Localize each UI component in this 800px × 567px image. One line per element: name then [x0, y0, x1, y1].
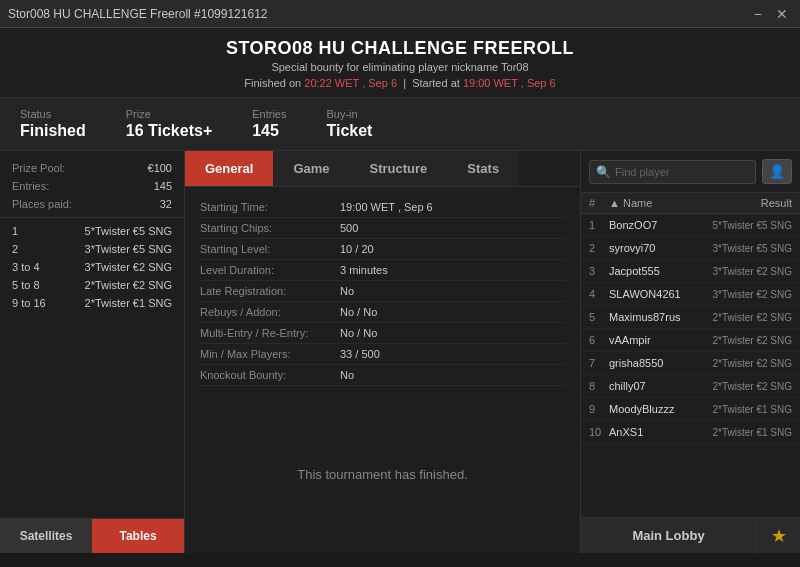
status-item: Status Finished	[20, 108, 86, 140]
divider	[0, 217, 184, 218]
prize-pool-value: €100	[148, 162, 172, 174]
prize-table: Prize Pool: €100 Entries: 145 Places pai…	[0, 151, 184, 518]
general-table: Starting Time:19:00 WET , Sep 6Starting …	[185, 187, 580, 396]
general-row: Starting Level:10 / 20	[200, 239, 565, 260]
player-row[interactable]: 4 SLAWON4261 3*Twister €2 SNG	[581, 283, 800, 306]
add-player-button[interactable]: 👤	[762, 159, 792, 184]
entries-row: Entries: 145	[0, 177, 184, 195]
search-icon: 🔍	[596, 165, 611, 179]
player-row[interactable]: 8 chilly07 2*Twister €2 SNG	[581, 375, 800, 398]
places-paid-label: Places paid:	[12, 198, 72, 210]
main-content: Prize Pool: €100 Entries: 145 Places pai…	[0, 151, 800, 553]
started-time: 19:00 WET , Sep 6	[463, 77, 556, 89]
player-row[interactable]: 5 Maximus87rus 2*Twister €2 SNG	[581, 306, 800, 329]
tournament-time: Finished on 20:22 WET , Sep 6 | Started …	[0, 77, 800, 89]
tab-general[interactable]: General	[185, 151, 273, 186]
col-result: Result	[712, 197, 792, 209]
tournament-subtitle: Special bounty for eliminating player ni…	[0, 61, 800, 73]
entries-label: Entries	[252, 108, 286, 120]
player-row[interactable]: 10 AnXS1 2*Twister €1 SNG	[581, 421, 800, 444]
general-row: Knockout Bounty:No	[200, 365, 565, 386]
place-row: 15*Twister €5 SNG	[0, 222, 184, 240]
center-panel: GeneralGameStructureStats Starting Time:…	[185, 151, 580, 553]
buyin-label: Buy-in	[326, 108, 372, 120]
status-label: Status	[20, 108, 86, 120]
search-input-wrap[interactable]: 🔍	[589, 160, 756, 184]
title-bar-text: Stor008 HU CHALLENGE Freeroll #109912161…	[8, 7, 267, 21]
satellites-button[interactable]: Satellites	[0, 519, 92, 553]
main-lobby-button[interactable]: Main Lobby	[581, 518, 756, 553]
prize-pool-label: Prize Pool:	[12, 162, 65, 174]
col-name: ▲ Name	[609, 197, 712, 209]
player-row[interactable]: 2 syrovyi70 3*Twister €5 SNG	[581, 237, 800, 260]
entries-value: 145	[252, 122, 279, 139]
general-row: Level Duration:3 minutes	[200, 260, 565, 281]
tournament-title: STORO08 HU CHALLENGE FREEROLL	[0, 38, 800, 59]
players-header: # ▲ Name Result	[581, 193, 800, 214]
general-row: Starting Time:19:00 WET , Sep 6	[200, 197, 565, 218]
left-panel: Prize Pool: €100 Entries: 145 Places pai…	[0, 151, 185, 553]
close-button[interactable]: ✕	[772, 6, 792, 22]
player-row[interactable]: 6 vAAmpir 2*Twister €2 SNG	[581, 329, 800, 352]
player-row[interactable]: 7 grisha8550 2*Twister €2 SNG	[581, 352, 800, 375]
tab-stats[interactable]: Stats	[447, 151, 519, 186]
entries-label-left: Entries:	[12, 180, 49, 192]
tables-button[interactable]: Tables	[92, 519, 184, 553]
entries-value-left: 145	[154, 180, 172, 192]
entries-item: Entries 145	[252, 108, 286, 140]
places-paid-value: 32	[160, 198, 172, 210]
general-row: Rebuys / Addon:No / No	[200, 302, 565, 323]
finished-message: This tournament has finished.	[185, 396, 580, 553]
prize-label: Prize	[126, 108, 212, 120]
started-label: Started at	[412, 77, 460, 89]
prize-value: 16 Tickets+	[126, 122, 212, 139]
tab-game[interactable]: Game	[273, 151, 349, 186]
title-bar: Stor008 HU CHALLENGE Freeroll #109912161…	[0, 0, 800, 28]
prize-item: Prize 16 Tickets+	[126, 108, 212, 140]
player-row[interactable]: 9 MoodyBluzzz 2*Twister €1 SNG	[581, 398, 800, 421]
right-panel: 🔍 👤 # ▲ Name Result 1 BonzOO7 5*Twister …	[580, 151, 800, 553]
buyin-value: Ticket	[326, 122, 372, 139]
finished-label: Finished on	[244, 77, 301, 89]
general-row: Min / Max Players:33 / 500	[200, 344, 565, 365]
player-row[interactable]: 1 BonzOO7 5*Twister €5 SNG	[581, 214, 800, 237]
tab-structure[interactable]: Structure	[350, 151, 448, 186]
minimize-button[interactable]: −	[750, 6, 766, 22]
general-row: Multi-Entry / Re-Entry:No / No	[200, 323, 565, 344]
info-bar: Status Finished Prize 16 Tickets+ Entrie…	[0, 98, 800, 151]
star-button[interactable]: ★	[756, 518, 800, 553]
players-list: 1 BonzOO7 5*Twister €5 SNG 2 syrovyi70 3…	[581, 214, 800, 517]
places-paid-row: Places paid: 32	[0, 195, 184, 213]
buyin-item: Buy-in Ticket	[326, 108, 372, 140]
place-row: 3 to 43*Twister €2 SNG	[0, 258, 184, 276]
prize-pool-row: Prize Pool: €100	[0, 159, 184, 177]
place-row: 5 to 82*Twister €2 SNG	[0, 276, 184, 294]
search-input[interactable]	[615, 166, 749, 178]
bottom-buttons: Satellites Tables	[0, 518, 184, 553]
status-value: Finished	[20, 122, 86, 139]
finished-time: 20:22 WET , Sep 6	[304, 77, 397, 89]
place-row: 23*Twister €5 SNG	[0, 240, 184, 258]
general-row: Starting Chips:500	[200, 218, 565, 239]
tabs: GeneralGameStructureStats	[185, 151, 580, 187]
title-bar-controls: − ✕	[750, 6, 792, 22]
player-row[interactable]: 3 Jacpot555 3*Twister €2 SNG	[581, 260, 800, 283]
search-bar: 🔍 👤	[581, 151, 800, 193]
places-list: 15*Twister €5 SNG23*Twister €5 SNG3 to 4…	[0, 222, 184, 312]
col-hash: #	[589, 197, 609, 209]
bottom-right: Main Lobby ★	[581, 517, 800, 553]
place-row: 9 to 162*Twister €1 SNG	[0, 294, 184, 312]
general-row: Late Registration:No	[200, 281, 565, 302]
header: STORO08 HU CHALLENGE FREEROLL Special bo…	[0, 28, 800, 98]
